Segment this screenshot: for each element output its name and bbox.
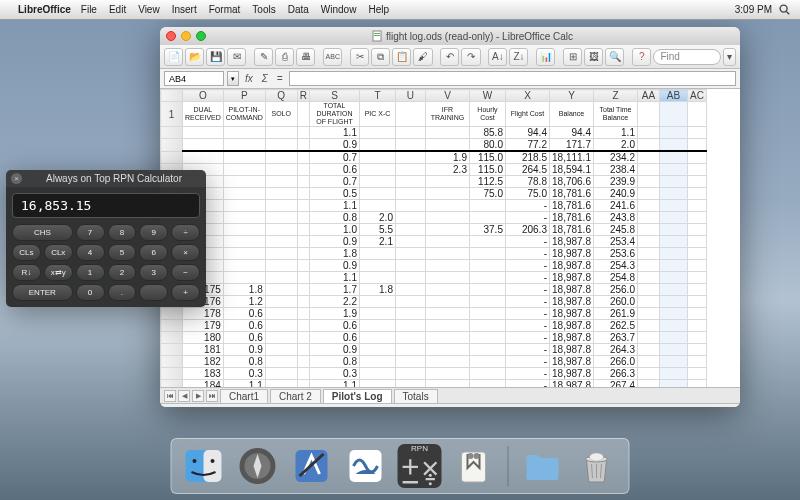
cell[interactable]: 115.0 [469,151,505,164]
new-button[interactable]: 📄 [164,48,183,66]
cell[interactable]: 18,987.8 [549,380,593,388]
cell[interactable] [265,308,297,320]
cell[interactable] [469,248,505,260]
col-header-w[interactable]: W [469,90,505,102]
row-header[interactable] [161,380,183,388]
cell[interactable] [395,272,425,284]
cell[interactable] [297,260,309,272]
cell[interactable] [297,164,309,176]
cell[interactable] [637,308,659,320]
cell[interactable]: 0.9 [223,344,265,356]
cell[interactable] [265,236,297,248]
function-icon[interactable]: = [274,73,286,84]
row-header[interactable] [161,127,183,139]
cell[interactable] [659,320,687,332]
cell[interactable]: 18,781.6 [549,224,593,236]
cell[interactable] [687,320,706,332]
menu-file[interactable]: File [81,4,97,15]
cell[interactable]: 2.1 [359,236,395,248]
tab-first[interactable]: ⏮ [164,390,176,402]
calc-key-xy[interactable]: x⇄y [44,264,73,281]
cell[interactable] [183,151,224,164]
cell[interactable] [659,380,687,388]
cell[interactable]: 75.0 [469,188,505,200]
cell[interactable]: 1.1 [309,200,359,212]
cell[interactable]: 115.0 [469,164,505,176]
header-cell[interactable]: TOTAL DURATION OF FLIGHT [309,102,359,127]
row-header[interactable] [161,151,183,164]
sum-icon[interactable]: Σ [259,73,271,84]
cell[interactable] [425,127,469,139]
spotlight-icon[interactable] [778,3,792,17]
cell[interactable] [395,236,425,248]
cell[interactable]: 75.0 [505,188,549,200]
cell[interactable] [359,127,395,139]
clock[interactable]: 3:09 PM [735,4,772,15]
cell[interactable] [265,260,297,272]
cell[interactable] [659,296,687,308]
cell[interactable] [425,139,469,152]
cell[interactable] [687,151,706,164]
cell[interactable] [659,151,687,164]
cell[interactable]: 94.4 [505,127,549,139]
cell[interactable] [223,188,265,200]
close-button[interactable] [166,31,176,41]
calc-key-2[interactable]: 2 [108,264,137,281]
cell[interactable] [223,176,265,188]
cell[interactable] [425,356,469,368]
cell[interactable]: 266.3 [593,368,637,380]
menu-help[interactable]: Help [368,4,389,15]
cell[interactable]: 1.1 [309,272,359,284]
cell[interactable]: 18,781.6 [549,188,593,200]
cell[interactable] [469,260,505,272]
cell[interactable]: 2.0 [593,139,637,152]
find-next-button[interactable]: ▾ [723,48,736,66]
cell[interactable] [659,188,687,200]
cell[interactable] [687,368,706,380]
tab-pilots-log[interactable]: Pilot's Log [323,389,392,403]
header-cell[interactable]: Balance [549,102,593,127]
cell[interactable] [297,320,309,332]
cell[interactable] [425,332,469,344]
cell[interactable]: - [505,272,549,284]
calc-key-7[interactable]: 7 [76,224,105,241]
cell[interactable]: 18,111.1 [549,151,593,164]
tab-totals[interactable]: Totals [394,389,438,403]
dock-trash-icon[interactable] [575,444,619,488]
col-header-z[interactable]: Z [593,90,637,102]
cell[interactable] [265,368,297,380]
print-button[interactable]: 🖶 [296,48,315,66]
email-button[interactable]: ✉ [227,48,246,66]
header-cell[interactable] [395,102,425,127]
tab-prev[interactable]: ◀ [178,390,190,402]
cell[interactable] [223,236,265,248]
cell[interactable]: 18,706.6 [549,176,593,188]
cell[interactable] [265,344,297,356]
cell[interactable] [687,308,706,320]
calc-key-5[interactable]: 5 [108,244,137,261]
name-box[interactable]: AB4 [164,71,224,86]
cell[interactable] [687,296,706,308]
cell[interactable] [637,127,659,139]
cell[interactable] [469,200,505,212]
cell[interactable] [425,344,469,356]
cell[interactable] [425,368,469,380]
cell[interactable]: 0.7 [309,176,359,188]
cell[interactable] [223,224,265,236]
cell[interactable]: 0.6 [223,308,265,320]
cell[interactable]: 18,987.8 [549,308,593,320]
cell[interactable] [637,139,659,152]
cell[interactable]: 254.8 [593,272,637,284]
cell[interactable] [223,151,265,164]
navigator-button[interactable]: ⊞ [563,48,582,66]
cell[interactable] [297,212,309,224]
header-cell[interactable]: PILOT-IN-COMMAND [223,102,265,127]
col-header-ac[interactable]: AC [687,90,706,102]
cell[interactable] [297,272,309,284]
cell[interactable] [265,332,297,344]
col-header-y[interactable]: Y [549,90,593,102]
cell[interactable] [265,296,297,308]
cell[interactable]: 0.6 [309,320,359,332]
cell[interactable] [687,139,706,152]
cell[interactable] [223,164,265,176]
